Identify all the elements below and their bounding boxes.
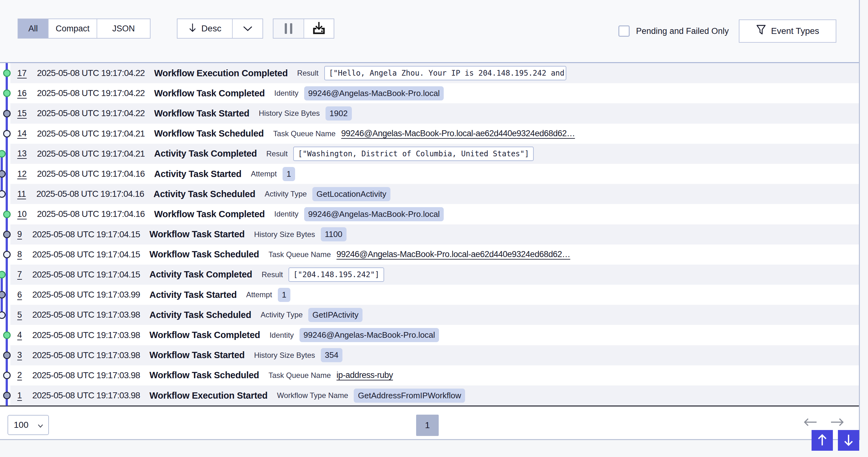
event-id-link[interactable]: 13 — [17, 149, 27, 159]
event-detail-link[interactable]: 99246@Angelas-MacBook-Pro.local-ae62d440… — [341, 129, 575, 138]
view-mode-tabs: All Compact JSON — [18, 19, 151, 38]
event-row[interactable]: 5 2025-05-08 UTC 19:17:03.98 Activity Ta… — [10, 305, 859, 325]
pending-failed-checkbox[interactable] — [618, 25, 630, 37]
pause-button[interactable] — [274, 19, 304, 38]
event-detail-link[interactable]: ip-address-ruby — [337, 370, 393, 380]
event-row[interactable]: 16 2025-05-08 UTC 19:17:04.22 Workflow T… — [10, 83, 859, 103]
event-row[interactable]: 11 2025-05-08 UTC 19:17:04.16 Activity T… — [10, 184, 859, 204]
event-name: Activity Task Started — [154, 169, 242, 179]
event-detail-badge: 99246@Angelas-MacBook-Pro.local — [304, 207, 444, 221]
tab-all[interactable]: All — [18, 19, 48, 38]
event-id-link[interactable]: 4 — [17, 330, 22, 340]
event-timestamp: 2025-05-08 UTC 19:17:04.22 — [37, 88, 145, 98]
event-id-link[interactable]: 5 — [17, 310, 22, 320]
event-detail-label: Result — [261, 270, 283, 279]
event-id-link[interactable]: 16 — [17, 88, 27, 98]
pagination-bar: 100 1 — [0, 406, 859, 439]
event-id-link[interactable]: 10 — [17, 209, 27, 219]
scroll-to-top-button[interactable] — [811, 430, 833, 451]
event-detail-badge: 354 — [321, 348, 342, 362]
page-size-select[interactable]: 100 — [7, 415, 49, 435]
event-id-link[interactable]: 8 — [17, 250, 22, 259]
download-button[interactable] — [304, 19, 334, 38]
event-timestamp: 2025-05-08 UTC 19:17:04.22 — [37, 68, 145, 78]
sort-label: Desc — [201, 24, 221, 34]
event-timestamp: 2025-05-08 UTC 19:17:03.98 — [32, 350, 140, 360]
event-types-button[interactable]: Event Types — [739, 20, 836, 43]
event-id-link[interactable]: 12 — [17, 169, 27, 179]
event-row[interactable]: 9 2025-05-08 UTC 19:17:04.15 Workflow Ta… — [10, 224, 859, 245]
event-row[interactable]: 8 2025-05-08 UTC 19:17:04.15 Workflow Ta… — [10, 245, 859, 265]
previous-page-button[interactable] — [803, 417, 818, 428]
event-timestamp: 2025-05-08 UTC 19:17:04.21 — [37, 129, 145, 139]
event-detail-label: History Size Bytes — [254, 351, 315, 360]
event-row[interactable]: 14 2025-05-08 UTC 19:17:04.21 Workflow T… — [10, 124, 859, 144]
event-detail-label: Activity Type — [260, 310, 303, 319]
event-detail-label: History Size Bytes — [259, 109, 320, 118]
event-detail-badge: 99246@Angelas-MacBook-Pro.local — [300, 328, 439, 342]
event-id-link[interactable]: 17 — [17, 68, 27, 78]
chevron-down-icon — [243, 24, 253, 34]
event-detail-code: ["Hello, Angela Zhou. Your IP is 204.148… — [324, 66, 566, 80]
event-row[interactable]: 12 2025-05-08 UTC 19:17:04.16 Activity T… — [10, 164, 859, 184]
sort-desc-button[interactable]: Desc — [178, 19, 232, 38]
event-row[interactable]: 3 2025-05-08 UTC 19:17:03.98 Workflow Ta… — [10, 345, 859, 365]
event-name: Activity Task Completed — [149, 269, 252, 280]
event-timestamp: 2025-05-08 UTC 19:17:03.98 — [32, 330, 140, 340]
event-row[interactable]: 4 2025-05-08 UTC 19:17:03.98 Workflow Ta… — [10, 325, 859, 345]
event-detail-label: Identity — [274, 89, 298, 97]
history-toolbar: All Compact JSON Desc — [0, 0, 859, 62]
event-timestamp: 2025-05-08 UTC 19:17:03.99 — [32, 290, 140, 300]
event-types-label: Event Types — [771, 26, 819, 36]
tab-json[interactable]: JSON — [97, 19, 150, 38]
history-actions — [273, 19, 334, 38]
event-id-link[interactable]: 6 — [17, 290, 22, 300]
current-page-button[interactable]: 1 — [416, 415, 439, 436]
event-timestamp: 2025-05-08 UTC 19:17:04.16 — [37, 169, 145, 179]
tab-compact[interactable]: Compact — [48, 19, 97, 38]
event-id-link[interactable]: 3 — [17, 350, 22, 360]
event-detail-link[interactable]: 99246@Angelas-MacBook-Pro.local-ae62d440… — [337, 250, 570, 259]
event-id-link[interactable]: 14 — [17, 129, 27, 138]
event-name: Workflow Task Completed — [154, 88, 265, 98]
event-id-link[interactable]: 1 — [17, 391, 22, 400]
event-row[interactable]: 7 2025-05-08 UTC 19:17:04.15 Activity Ta… — [10, 265, 859, 285]
next-page-button[interactable] — [830, 417, 845, 428]
event-name: Workflow Task Scheduled — [149, 249, 259, 260]
event-detail-badge: 1 — [278, 288, 290, 302]
event-detail-label: Result — [266, 149, 287, 158]
event-id-link[interactable]: 7 — [17, 269, 22, 279]
event-detail-label: Task Queue Name — [273, 129, 336, 138]
event-detail-badge: 1100 — [321, 227, 346, 241]
event-row[interactable]: 6 2025-05-08 UTC 19:17:03.99 Activity Ta… — [10, 285, 859, 305]
event-row[interactable]: 2 2025-05-08 UTC 19:17:03.98 Workflow Ta… — [10, 365, 859, 385]
event-name: Workflow Task Scheduled — [154, 128, 264, 139]
pause-icon — [285, 23, 292, 34]
event-row[interactable]: 13 2025-05-08 UTC 19:17:04.21 Activity T… — [10, 144, 859, 164]
event-id-link[interactable]: 15 — [17, 109, 27, 118]
event-detail-label: Attempt — [251, 170, 277, 178]
event-detail-badge: GetAddressFromIPWorkflow — [354, 389, 465, 403]
footer-divider — [0, 439, 860, 440]
arrow-up-icon — [817, 434, 828, 447]
event-name: Workflow Execution Started — [149, 391, 268, 401]
event-id-link[interactable]: 2 — [17, 370, 22, 380]
event-name: Workflow Task Completed — [149, 330, 260, 340]
event-row[interactable]: 17 2025-05-08 UTC 19:17:04.22 Workflow E… — [10, 63, 859, 83]
event-detail-label: Activity Type — [265, 190, 307, 198]
event-row[interactable]: 1 2025-05-08 UTC 19:17:03.98 Workflow Ex… — [10, 385, 859, 405]
scroll-to-bottom-button[interactable] — [838, 430, 859, 451]
event-name: Activity Task Scheduled — [153, 189, 255, 199]
event-timestamp: 2025-05-08 UTC 19:17:03.98 — [32, 310, 140, 320]
event-detail-label: Task Queue Name — [269, 250, 331, 259]
event-detail-badge: GetLocationActivity — [312, 187, 391, 201]
event-timestamp: 2025-05-08 UTC 19:17:04.16 — [37, 209, 145, 219]
event-detail-label: History Size Bytes — [254, 230, 315, 239]
event-row[interactable]: 15 2025-05-08 UTC 19:17:04.22 Workflow T… — [10, 103, 859, 123]
event-id-link[interactable]: 9 — [17, 229, 22, 239]
sort-dropdown-button[interactable] — [232, 19, 262, 38]
event-row[interactable]: 10 2025-05-08 UTC 19:17:04.16 Workflow T… — [10, 204, 859, 224]
select-chevron-icon — [38, 420, 43, 430]
event-id-link[interactable]: 11 — [17, 189, 26, 199]
event-name: Workflow Task Started — [149, 229, 245, 239]
